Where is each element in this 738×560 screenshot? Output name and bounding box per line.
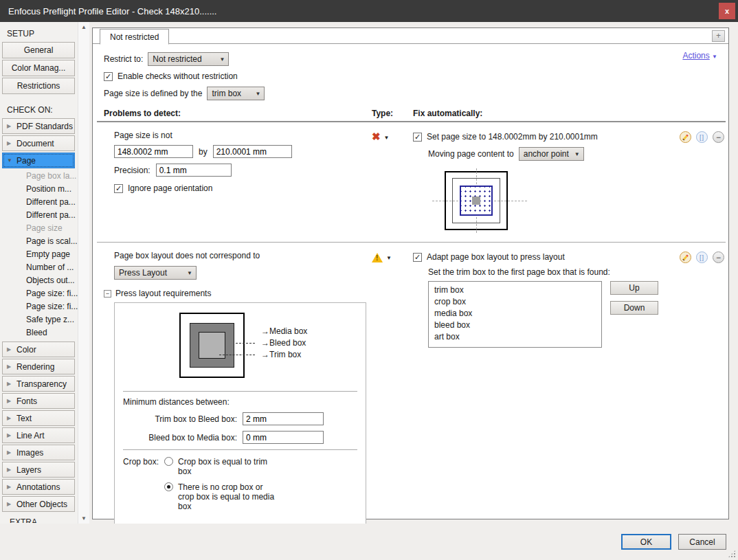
sidebar-group-line-art[interactable]: ▶Line Art bbox=[2, 427, 75, 443]
sidebar-subitem-bleed[interactable]: Bleed bbox=[0, 326, 78, 339]
ignore-orientation-label: Ignore page orientation bbox=[128, 183, 212, 193]
sidebar-item-color-management[interactable]: Color Manag... bbox=[2, 60, 75, 76]
adapt-layout-checkbox[interactable]: ✓ bbox=[413, 253, 422, 262]
add-tab-button[interactable]: + bbox=[712, 30, 725, 42]
sidebar-item-restrictions[interactable]: Restrictions bbox=[2, 78, 75, 94]
sidebar-group-document[interactable]: ▶ Document bbox=[2, 135, 75, 151]
extra-header: EXTRA bbox=[10, 517, 78, 523]
sidebar-group-annotations[interactable]: ▶Annotations bbox=[2, 479, 75, 495]
sidebar-subitem-page-size[interactable]: Page size bbox=[0, 222, 78, 235]
list-item-media-box[interactable]: media box bbox=[429, 308, 601, 320]
restrict-to-dropdown[interactable]: Not restricted ▼ bbox=[148, 52, 229, 66]
sidebar-group-rendering[interactable]: ▶Rendering bbox=[2, 359, 75, 374]
list-item-trim-box[interactable]: trim box bbox=[429, 284, 601, 296]
remove-fix-icon[interactable]: − bbox=[713, 131, 724, 143]
page-box-priority-list[interactable]: trim box crop box media box bleed box ar… bbox=[428, 281, 602, 348]
dropdown-arrow-icon: ▼ bbox=[386, 255, 392, 261]
requirements-separator bbox=[123, 391, 357, 392]
tab-not-restricted[interactable]: Not restricted bbox=[100, 29, 169, 45]
error-icon: ✖ bbox=[372, 132, 381, 142]
ok-button[interactable]: OK bbox=[621, 534, 671, 550]
by-label: by bbox=[199, 147, 208, 157]
chevron-down-icon: ▼ bbox=[7, 157, 16, 164]
sidebar-scrollbar[interactable]: ▲ ▼ bbox=[78, 22, 89, 524]
sidebar-group-page[interactable]: ▼ Page bbox=[2, 153, 75, 168]
sidebar-subitem-empty-page[interactable]: Empty page bbox=[0, 248, 78, 261]
no-crop-box-label: There is no crop box or crop box is equa… bbox=[178, 482, 278, 511]
list-item-crop-box[interactable]: crop box bbox=[429, 296, 601, 308]
down-button[interactable]: Down bbox=[610, 301, 658, 315]
severity-warning-picker[interactable]: ▼ bbox=[372, 251, 413, 262]
list-item-bleed-box[interactable]: bleed box bbox=[429, 320, 601, 331]
severity-error-picker[interactable]: ✖ ▼ bbox=[372, 131, 413, 142]
crop-equals-trim-radio[interactable] bbox=[164, 457, 173, 466]
pencil-icon bbox=[682, 134, 689, 140]
chevron-right-icon: ▶ bbox=[7, 346, 16, 352]
fix-column-header: Fix automatically: bbox=[413, 109, 728, 118]
chevron-right-icon: ▶ bbox=[7, 484, 16, 490]
precision-input[interactable] bbox=[156, 164, 232, 177]
scroll-up-icon[interactable]: ▲ bbox=[81, 24, 87, 30]
no-crop-box-radio[interactable] bbox=[164, 482, 173, 491]
set-page-size-checkbox[interactable]: ✓ bbox=[413, 133, 422, 142]
cancel-button[interactable]: Cancel bbox=[678, 534, 726, 550]
variables-icon[interactable]: [] bbox=[696, 251, 708, 263]
sidebar-subitem-safe-type-zone[interactable]: Safe type z... bbox=[0, 313, 78, 326]
sidebar-group-color[interactable]: ▶Color bbox=[2, 341, 75, 357]
up-button[interactable]: Up bbox=[610, 281, 658, 295]
sidebar-group-pdf-standards[interactable]: ▶ PDF Standards bbox=[2, 118, 75, 134]
sidebar-subitem-page-is-scaled[interactable]: Page is scal... bbox=[0, 235, 78, 248]
titlebar: Enfocus Preflight Profile Editor - Check… bbox=[0, 0, 738, 22]
trim-to-bleed-input[interactable] bbox=[243, 412, 324, 425]
window-title: Enfocus Preflight Profile Editor - Check… bbox=[8, 6, 216, 16]
sidebar-subitem-different-page-1[interactable]: Different pa... bbox=[0, 196, 78, 209]
chevron-right-icon: ▶ bbox=[7, 449, 16, 456]
sidebar-subitem-objects-outside[interactable]: Objects out... bbox=[0, 274, 78, 287]
anchor-grid-selector[interactable] bbox=[460, 186, 493, 216]
edit-fix-icon[interactable] bbox=[680, 251, 691, 263]
page-size-defined-label: Page size is defined by the bbox=[104, 89, 202, 98]
sidebar-group-other-objects[interactable]: ▶Other Objects bbox=[2, 496, 75, 512]
scroll-down-icon[interactable]: ▼ bbox=[81, 515, 87, 522]
ignore-orientation-checkbox[interactable]: ✓ bbox=[114, 184, 123, 193]
sidebar-subitem-number-of[interactable]: Number of ... bbox=[0, 261, 78, 274]
sidebar-group-fonts[interactable]: ▶Fonts bbox=[2, 393, 75, 409]
page-size-defined-dropdown[interactable]: trim box ▼ bbox=[207, 87, 265, 100]
close-button[interactable]: x bbox=[719, 3, 735, 19]
press-layout-dropdown[interactable]: Press Layout ▼ bbox=[114, 266, 197, 280]
sidebar-group-text[interactable]: ▶Text bbox=[2, 410, 75, 426]
set-page-size-label: Set page size to 148.0002mm by 210.0001m… bbox=[427, 132, 598, 142]
anchor-point-dropdown[interactable]: anchor point ▼ bbox=[519, 147, 584, 161]
bleed-to-media-input[interactable] bbox=[243, 431, 324, 444]
page-width-input[interactable] bbox=[114, 145, 193, 158]
enable-checks-checkbox[interactable]: ✓ bbox=[104, 72, 113, 81]
edit-fix-icon[interactable] bbox=[680, 131, 691, 143]
close-icon: x bbox=[725, 7, 729, 15]
sidebar-group-layers[interactable]: ▶Layers bbox=[2, 462, 75, 478]
dialog-footer: OK Cancel bbox=[0, 524, 738, 560]
press-layout-requirements-label: Press layout requirements bbox=[115, 289, 211, 298]
collapse-icon[interactable]: − bbox=[104, 290, 111, 298]
list-item-art-box[interactable]: art box bbox=[429, 331, 601, 343]
sidebar-group-images[interactable]: ▶Images bbox=[2, 445, 75, 460]
variables-icon[interactable]: [] bbox=[696, 131, 708, 143]
sidebar-subitem-page-size-fixed-2[interactable]: Page size: fi... bbox=[0, 300, 78, 313]
chevron-right-icon: ▶ bbox=[7, 415, 16, 421]
resize-grip[interactable] bbox=[728, 550, 736, 558]
sidebar-subitem-page-box-layout[interactable]: Page box la... bbox=[0, 170, 78, 183]
problem-row-page-size: Page size is not by Precision: bbox=[104, 122, 728, 242]
sidebar-group-transparency[interactable]: ▶Transparency bbox=[2, 376, 75, 392]
chevron-right-icon: ▶ bbox=[7, 467, 16, 473]
sidebar-subitem-page-size-fixed-1[interactable]: Page size: fi... bbox=[0, 287, 78, 300]
bleed-box-diagram-label: →Bleed box bbox=[261, 338, 306, 348]
actions-menu-link[interactable]: Actions ▼ bbox=[682, 51, 717, 60]
sidebar-subitem-different-page-2[interactable]: Different pa... bbox=[0, 209, 78, 222]
type-column-header: Type: bbox=[372, 109, 413, 118]
page-height-input[interactable] bbox=[213, 145, 292, 158]
remove-fix-icon[interactable]: − bbox=[713, 251, 724, 263]
sidebar-subitem-position[interactable]: Position m... bbox=[0, 183, 78, 196]
anchor-center-handle[interactable] bbox=[472, 197, 480, 205]
sidebar-item-general[interactable]: General bbox=[2, 42, 75, 58]
pencil-icon bbox=[682, 254, 689, 260]
dropdown-arrow-icon: ▼ bbox=[712, 54, 717, 60]
